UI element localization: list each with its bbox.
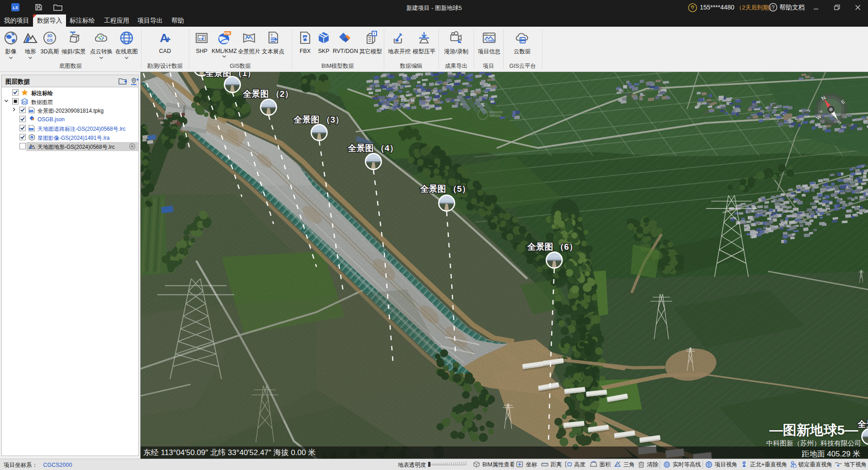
svg-text:全景图 （6）: 全景图 （6）: [527, 242, 578, 252]
svg-text:T: T: [271, 33, 273, 37]
svg-text:Logo: Logo: [486, 38, 495, 43]
svg-text:T: T: [373, 32, 376, 36]
svg-text:3D: 3D: [47, 33, 52, 38]
svg-text:全景图 （2）: 全景图 （2）: [243, 89, 293, 99]
svg-text:全景图 （5）: 全景图 （5）: [420, 184, 471, 194]
svg-text:TPKG: TPKG: [29, 110, 33, 112]
svg-text:LRC: LRC: [29, 128, 33, 130]
svg-text:GS: GS: [47, 38, 52, 43]
svg-text:?: ?: [772, 5, 775, 11]
svg-text:A: A: [160, 31, 169, 45]
svg-text:全景图 （4）: 全景图 （4）: [348, 143, 398, 153]
svg-text:KML: KML: [224, 32, 231, 35]
svg-text:全景图 （3）: 全景图 （3）: [293, 115, 344, 124]
